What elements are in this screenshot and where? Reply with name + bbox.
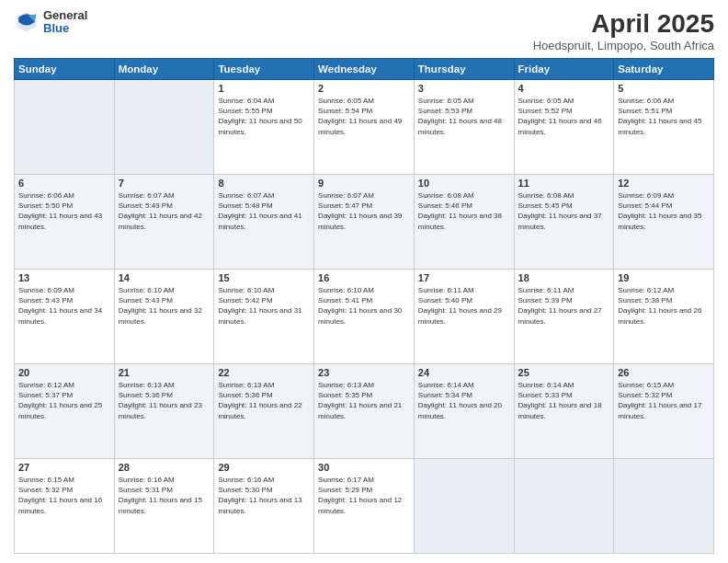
calendar-cell: 1Sunrise: 6:04 AM Sunset: 5:55 PM Daylig…	[214, 80, 314, 175]
day-info: Sunrise: 6:13 AM Sunset: 5:36 PM Dayligh…	[119, 380, 210, 421]
day-info: Sunrise: 6:08 AM Sunset: 5:46 PM Dayligh…	[418, 190, 510, 232]
calendar-subtitle: Hoedspruit, Limpopo, South Africa	[533, 39, 714, 52]
day-number: 4	[518, 83, 610, 94]
day-number: 27	[18, 462, 110, 473]
header-thursday: Thursday	[414, 59, 514, 80]
day-info: Sunrise: 6:07 AM Sunset: 5:48 PM Dayligh…	[218, 190, 310, 232]
calendar-cell: 14Sunrise: 6:10 AM Sunset: 5:43 PM Dayli…	[114, 270, 214, 364]
header-saturday: Saturday	[614, 59, 714, 80]
calendar-cell: 21Sunrise: 6:13 AM Sunset: 5:36 PM Dayli…	[114, 364, 214, 459]
logo-general-text: General	[43, 9, 87, 22]
day-number: 26	[618, 367, 710, 378]
logo-blue-text: Blue	[43, 22, 87, 35]
day-info: Sunrise: 6:09 AM Sunset: 5:44 PM Dayligh…	[618, 190, 710, 232]
calendar-cell: 11Sunrise: 6:08 AM Sunset: 5:45 PM Dayli…	[514, 175, 614, 270]
calendar-cell: 28Sunrise: 6:16 AM Sunset: 5:31 PM Dayli…	[114, 459, 214, 554]
day-info: Sunrise: 6:15 AM Sunset: 5:32 PM Dayligh…	[18, 475, 110, 516]
day-info: Sunrise: 6:10 AM Sunset: 5:41 PM Dayligh…	[318, 285, 410, 327]
day-number: 7	[119, 178, 210, 189]
day-number: 11	[518, 178, 610, 189]
calendar-cell: 17Sunrise: 6:11 AM Sunset: 5:40 PM Dayli…	[414, 270, 514, 364]
day-number: 17	[418, 272, 510, 283]
header-friday: Friday	[514, 59, 614, 80]
day-number: 10	[418, 178, 510, 189]
day-info: Sunrise: 6:05 AM Sunset: 5:54 PM Dayligh…	[318, 96, 410, 137]
header-monday: Monday	[114, 59, 214, 80]
day-info: Sunrise: 6:14 AM Sunset: 5:33 PM Dayligh…	[518, 380, 610, 421]
day-number: 30	[318, 462, 410, 473]
calendar-cell: 18Sunrise: 6:11 AM Sunset: 5:39 PM Dayli…	[514, 270, 614, 364]
day-info: Sunrise: 6:05 AM Sunset: 5:52 PM Dayligh…	[518, 96, 610, 137]
day-info: Sunrise: 6:07 AM Sunset: 5:47 PM Dayligh…	[318, 190, 410, 232]
day-info: Sunrise: 6:11 AM Sunset: 5:39 PM Dayligh…	[518, 285, 610, 327]
calendar-cell: 30Sunrise: 6:17 AM Sunset: 5:29 PM Dayli…	[314, 459, 415, 554]
calendar-cell: 7Sunrise: 6:07 AM Sunset: 5:49 PM Daylig…	[114, 175, 214, 270]
day-number: 28	[119, 462, 210, 473]
day-number: 2	[318, 83, 410, 94]
calendar-cell: 26Sunrise: 6:15 AM Sunset: 5:32 PM Dayli…	[614, 364, 714, 459]
day-info: Sunrise: 6:11 AM Sunset: 5:40 PM Dayligh…	[418, 285, 510, 327]
calendar-title: April 2025	[533, 9, 714, 39]
day-number: 16	[318, 272, 410, 283]
day-number: 29	[218, 462, 310, 473]
day-number: 9	[318, 178, 410, 189]
header: General Blue April 2025 Hoedspruit, Limp…	[14, 9, 714, 52]
calendar-cell: 8Sunrise: 6:07 AM Sunset: 5:48 PM Daylig…	[214, 175, 314, 270]
day-info: Sunrise: 6:17 AM Sunset: 5:29 PM Dayligh…	[318, 475, 410, 516]
day-number: 3	[418, 83, 510, 94]
day-info: Sunrise: 6:16 AM Sunset: 5:31 PM Dayligh…	[119, 475, 210, 516]
day-info: Sunrise: 6:14 AM Sunset: 5:34 PM Dayligh…	[418, 380, 510, 421]
day-info: Sunrise: 6:10 AM Sunset: 5:42 PM Dayligh…	[218, 285, 310, 327]
calendar-cell: 6Sunrise: 6:06 AM Sunset: 5:50 PM Daylig…	[15, 175, 115, 270]
page: General Blue April 2025 Hoedspruit, Limp…	[0, 0, 728, 563]
day-number: 20	[18, 367, 110, 378]
day-info: Sunrise: 6:12 AM Sunset: 5:38 PM Dayligh…	[618, 285, 710, 327]
day-number: 25	[518, 367, 610, 378]
calendar-cell: 10Sunrise: 6:08 AM Sunset: 5:46 PM Dayli…	[414, 175, 514, 270]
day-info: Sunrise: 6:15 AM Sunset: 5:32 PM Dayligh…	[618, 380, 710, 421]
calendar-cell: 13Sunrise: 6:09 AM Sunset: 5:43 PM Dayli…	[15, 270, 115, 364]
calendar-cell: 29Sunrise: 6:16 AM Sunset: 5:30 PM Dayli…	[214, 459, 314, 554]
calendar-cell: 24Sunrise: 6:14 AM Sunset: 5:34 PM Dayli…	[414, 364, 514, 459]
day-number: 1	[218, 83, 310, 94]
calendar-cell: 25Sunrise: 6:14 AM Sunset: 5:33 PM Dayli…	[514, 364, 614, 459]
calendar-cell: 12Sunrise: 6:09 AM Sunset: 5:44 PM Dayli…	[614, 175, 714, 270]
day-number: 12	[618, 178, 710, 189]
day-number: 15	[218, 272, 310, 283]
day-info: Sunrise: 6:04 AM Sunset: 5:55 PM Dayligh…	[218, 96, 310, 137]
calendar-cell: 19Sunrise: 6:12 AM Sunset: 5:38 PM Dayli…	[614, 270, 714, 364]
day-info: Sunrise: 6:12 AM Sunset: 5:37 PM Dayligh…	[18, 380, 110, 421]
day-number: 22	[218, 367, 310, 378]
day-info: Sunrise: 6:07 AM Sunset: 5:49 PM Dayligh…	[119, 190, 210, 232]
calendar-cell: 23Sunrise: 6:13 AM Sunset: 5:35 PM Dayli…	[314, 364, 415, 459]
calendar-cell	[114, 80, 214, 175]
calendar-cell	[514, 459, 614, 554]
day-number: 13	[18, 272, 110, 283]
day-number: 14	[119, 272, 210, 283]
logo: General Blue	[14, 9, 87, 36]
header-tuesday: Tuesday	[214, 59, 314, 80]
day-number: 6	[18, 178, 110, 189]
day-info: Sunrise: 6:09 AM Sunset: 5:43 PM Dayligh…	[18, 285, 110, 327]
logo-text: General Blue	[43, 9, 87, 36]
calendar-cell: 9Sunrise: 6:07 AM Sunset: 5:47 PM Daylig…	[314, 175, 415, 270]
day-number: 19	[618, 272, 710, 283]
day-number: 18	[518, 272, 610, 283]
day-number: 5	[618, 83, 710, 94]
day-info: Sunrise: 6:13 AM Sunset: 5:36 PM Dayligh…	[218, 380, 310, 421]
calendar-cell: 4Sunrise: 6:05 AM Sunset: 5:52 PM Daylig…	[514, 80, 614, 175]
calendar-cell: 20Sunrise: 6:12 AM Sunset: 5:37 PM Dayli…	[15, 364, 115, 459]
calendar-table: Sunday Monday Tuesday Wednesday Thursday…	[14, 58, 714, 554]
day-number: 23	[318, 367, 410, 378]
day-number: 21	[119, 367, 210, 378]
day-info: Sunrise: 6:05 AM Sunset: 5:53 PM Dayligh…	[418, 96, 510, 137]
calendar-cell	[15, 80, 115, 175]
day-info: Sunrise: 6:13 AM Sunset: 5:35 PM Dayligh…	[318, 380, 410, 421]
calendar-cell: 2Sunrise: 6:05 AM Sunset: 5:54 PM Daylig…	[314, 80, 415, 175]
header-wednesday: Wednesday	[314, 59, 415, 80]
logo-icon	[14, 9, 40, 35]
calendar-cell	[414, 459, 514, 554]
day-info: Sunrise: 6:06 AM Sunset: 5:51 PM Dayligh…	[618, 96, 710, 137]
calendar-cell: 22Sunrise: 6:13 AM Sunset: 5:36 PM Dayli…	[214, 364, 314, 459]
calendar-cell: 27Sunrise: 6:15 AM Sunset: 5:32 PM Dayli…	[15, 459, 115, 554]
